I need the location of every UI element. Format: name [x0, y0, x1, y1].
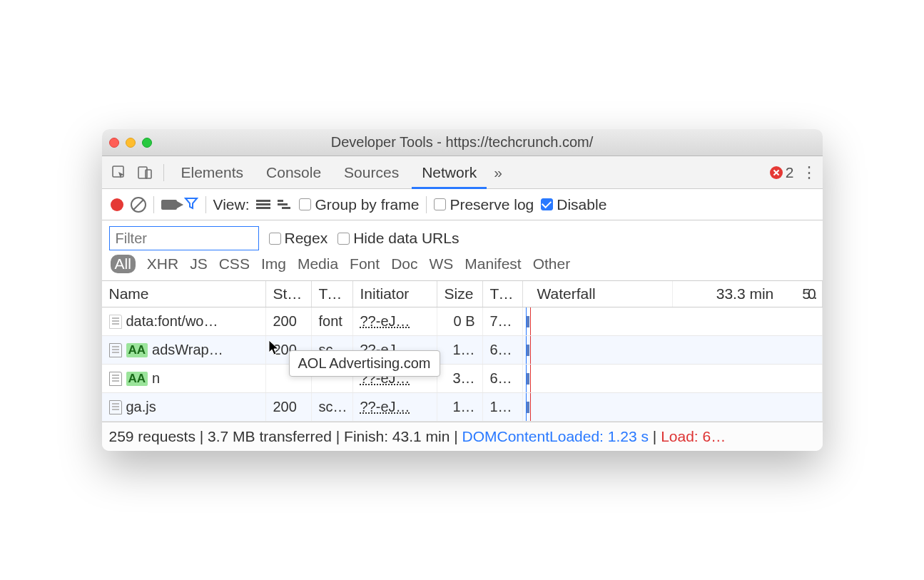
col-type[interactable]: Ty… — [312, 281, 353, 307]
type-other[interactable]: Other — [533, 255, 571, 273]
file-icon — [109, 372, 122, 386]
devtools-window: Developer Tools - https://techcrunch.com… — [102, 129, 823, 451]
svg-rect-2 — [146, 170, 151, 178]
tab-sources[interactable]: Sources — [334, 156, 409, 189]
col-size[interactable]: Size — [437, 281, 483, 307]
ad-badge-icon: AA — [126, 343, 148, 357]
status-finish: Finish: 43.1 min — [344, 428, 450, 444]
svg-rect-4 — [256, 203, 270, 205]
titlebar: Developer Tools - https://techcrunch.com… — [102, 129, 823, 156]
svg-rect-8 — [282, 207, 290, 209]
col-status[interactable]: St… — [266, 281, 312, 307]
device-toolbar-icon[interactable] — [133, 161, 156, 184]
type-font[interactable]: Font — [350, 255, 380, 273]
file-icon — [109, 400, 122, 414]
settings-menu-icon[interactable]: ⋮ — [801, 169, 817, 176]
clear-button[interactable] — [131, 197, 146, 213]
main-tabs-toolbar: Elements Console Sources Network » 2 ⋮ — [102, 156, 823, 189]
tab-elements[interactable]: Elements — [171, 156, 254, 189]
window-title: Developer Tools - https://techcrunch.com… — [102, 134, 823, 151]
status-domcontentloaded: DOMContentLoaded: 1.23 s — [462, 428, 649, 444]
tabs-overflow[interactable]: » — [489, 156, 507, 189]
group-by-frame-checkbox[interactable]: Group by frame — [299, 196, 419, 213]
col-time[interactable]: Ti… — [483, 281, 523, 307]
error-badge[interactable]: 2 — [770, 164, 794, 181]
type-filter-row: All XHR JS CSS Img Media Font Doc WS Man… — [102, 255, 823, 281]
svg-rect-6 — [278, 200, 283, 202]
waterfall-cell — [523, 365, 823, 392]
table-row[interactable]: ga.js 200 sc… ??-eJ… 1… 1… — [102, 393, 823, 422]
ad-badge-icon: AA — [126, 372, 148, 386]
table-row[interactable]: data:font/wo… 200 font ??-eJ… 0 B 7… — [102, 307, 823, 336]
maximize-window-button[interactable] — [142, 138, 152, 148]
network-table-body: data:font/wo… 200 font ??-eJ… 0 B 7… AAa… — [102, 307, 823, 422]
svg-rect-7 — [278, 203, 288, 205]
type-media[interactable]: Media — [298, 255, 338, 273]
waterfall-cell — [523, 336, 823, 364]
error-icon — [770, 166, 783, 179]
table-row[interactable]: AAadsWrap… 200 sc… ??-eJ… 1… 6… — [102, 336, 823, 365]
close-window-button[interactable] — [109, 138, 119, 148]
network-toolbar: View: Group by frame Preserve log Disabl… — [102, 189, 823, 220]
type-xhr[interactable]: XHR — [147, 255, 178, 273]
view-label: View: — [213, 196, 250, 213]
tab-console[interactable]: Console — [256, 156, 331, 189]
type-doc[interactable]: Doc — [391, 255, 417, 273]
table-row[interactable]: AAn ??-eJ… 3… 6… — [102, 365, 823, 393]
type-img[interactable]: Img — [261, 255, 286, 273]
record-button[interactable] — [111, 198, 123, 211]
col-initiator[interactable]: Initiator — [353, 281, 437, 307]
type-css[interactable]: CSS — [219, 255, 250, 273]
regex-checkbox[interactable]: Regex — [269, 230, 328, 247]
disable-cache-checkbox[interactable]: Disable — [541, 196, 606, 213]
status-transferred: 3.7 MB transferred — [208, 428, 332, 444]
waterfall-cell — [523, 393, 823, 421]
file-icon — [109, 315, 122, 329]
type-js[interactable]: JS — [190, 255, 208, 273]
status-bar: 259 requests | 3.7 MB transferred | Fini… — [102, 422, 823, 451]
inspect-element-icon[interactable] — [108, 161, 131, 184]
file-icon — [109, 343, 122, 357]
screenshot-icon[interactable] — [161, 200, 177, 210]
col-waterfall[interactable]: Waterfall 33.3 min 50. — [523, 281, 823, 307]
network-table-header: Name St… Ty… Initiator Size Ti… Waterfal… — [102, 281, 823, 307]
tab-network[interactable]: Network — [412, 156, 487, 189]
error-count: 2 — [786, 164, 794, 181]
hide-data-urls-checkbox[interactable]: Hide data URLs — [337, 230, 459, 247]
status-load: Load: 6… — [661, 428, 726, 444]
minimize-window-button[interactable] — [126, 138, 136, 148]
status-requests: 259 requests — [109, 428, 196, 444]
preserve-log-checkbox[interactable]: Preserve log — [434, 196, 534, 213]
filter-toggle-icon[interactable] — [184, 196, 198, 213]
large-rows-icon[interactable] — [256, 198, 270, 212]
tooltip: AOL Advertising.com — [289, 350, 440, 377]
svg-rect-5 — [256, 207, 270, 209]
type-ws[interactable]: WS — [430, 255, 454, 273]
svg-rect-3 — [256, 200, 270, 202]
traffic-lights — [109, 138, 152, 148]
type-all[interactable]: All — [111, 255, 136, 273]
waterfall-cell — [523, 307, 823, 335]
type-manifest[interactable]: Manifest — [464, 255, 521, 273]
col-name[interactable]: Name — [102, 281, 266, 307]
filter-row: Regex Hide data URLs — [102, 220, 823, 255]
filter-input[interactable] — [109, 226, 259, 250]
overview-icon[interactable] — [278, 198, 292, 212]
